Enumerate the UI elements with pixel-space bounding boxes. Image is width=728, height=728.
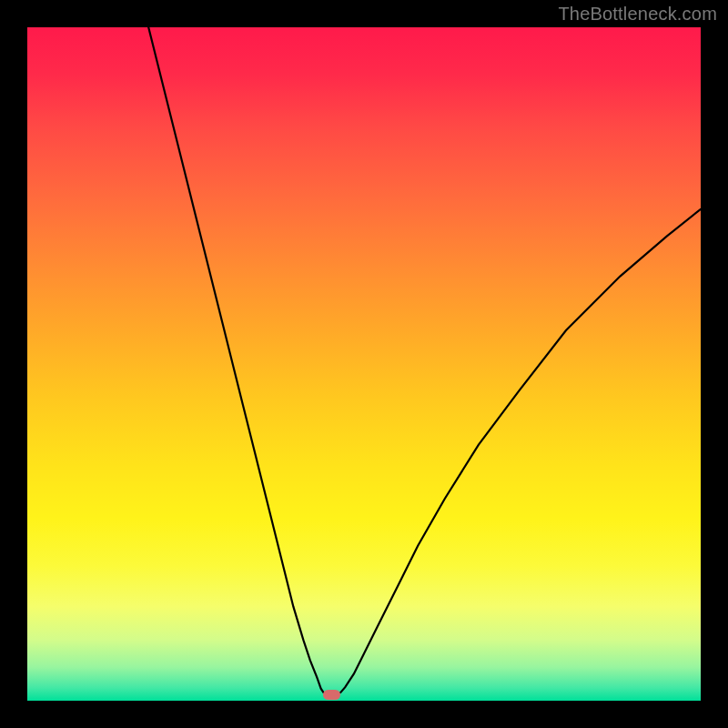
bottleneck-curve [27, 27, 701, 701]
minimum-marker [323, 690, 340, 699]
watermark-label: TheBottleneck.com [558, 4, 717, 25]
plot-area [27, 27, 701, 701]
chart-frame: TheBottleneck.com [0, 0, 728, 728]
